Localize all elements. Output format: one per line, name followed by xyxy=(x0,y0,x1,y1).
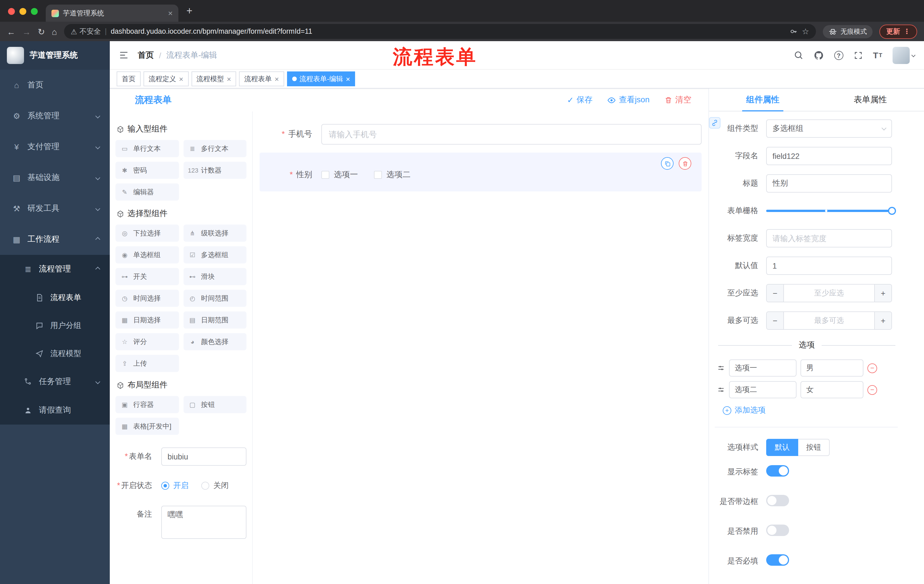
palette-component[interactable]: ✎ 编辑器 xyxy=(116,183,179,201)
sidebar-item-process-form[interactable]: 流程表单 xyxy=(0,283,110,311)
fullscreen-icon[interactable] xyxy=(853,51,863,60)
bookmark-star-icon[interactable]: ☆ xyxy=(802,27,809,36)
canvas-field-phone[interactable]: * 手机号 xyxy=(260,124,701,145)
new-tab-button[interactable]: + xyxy=(186,5,192,17)
breadcrumb-home[interactable]: 首页 xyxy=(138,50,154,60)
sidebar-item-home[interactable]: ⌂ 首页 xyxy=(0,70,110,100)
option-label-input[interactable] xyxy=(729,381,797,398)
palette-component[interactable]: ◎ 下拉选择 xyxy=(116,225,179,242)
palette-component[interactable]: ◉ 单选框组 xyxy=(116,246,179,263)
palette-component[interactable]: ◴ 时间范围 xyxy=(183,290,246,307)
palette-component[interactable]: ✱ 密码 xyxy=(116,162,179,179)
palette-component[interactable]: 123 计数器 xyxy=(183,162,246,179)
radio-closed[interactable]: 关闭 xyxy=(201,480,229,491)
security-warning[interactable]: ⚠ 不安全 xyxy=(71,26,101,36)
plus-icon[interactable]: + xyxy=(874,285,891,302)
palette-component[interactable]: ⊷ 滑块 xyxy=(183,268,246,285)
sidebar-item-process-mgmt[interactable]: ≣ 流程管理 xyxy=(0,255,110,283)
sidebar-item-process-model[interactable]: 流程模型 xyxy=(0,339,110,367)
default-value-input[interactable] xyxy=(766,257,892,275)
close-icon[interactable]: × xyxy=(274,74,279,83)
delete-component-button[interactable] xyxy=(679,157,691,170)
phone-input[interactable] xyxy=(321,124,701,145)
palette-component[interactable]: ▦ 日期选择 xyxy=(116,311,179,329)
component-type-select[interactable]: 多选框组 xyxy=(766,119,892,138)
palette-component[interactable]: ⋔ 级联选择 xyxy=(183,225,246,242)
sidebar-item-user-group[interactable]: 用户分组 xyxy=(0,311,110,339)
field-name-input[interactable] xyxy=(766,147,892,165)
remove-option-icon[interactable]: − xyxy=(867,363,877,373)
required-toggle[interactable] xyxy=(766,554,789,566)
tab-close-icon[interactable]: × xyxy=(168,8,173,18)
tag-process-form-edit[interactable]: 流程表单-编辑 × xyxy=(287,71,355,86)
palette-component[interactable]: ≣ 多行文本 xyxy=(183,140,246,157)
sidebar-item-system[interactable]: ⚙ 系统管理 xyxy=(0,100,110,132)
palette-component[interactable]: ▣ 行容器 xyxy=(116,396,179,413)
password-key-icon[interactable] xyxy=(790,28,798,35)
forward-icon[interactable]: → xyxy=(22,27,31,36)
browser-tab[interactable]: 芋道管理系统 × xyxy=(46,5,178,22)
palette-component[interactable]: ▢ 按钮 xyxy=(183,396,246,413)
view-json-button[interactable]: 查看json xyxy=(607,95,650,105)
reload-icon[interactable]: ↻ xyxy=(38,27,45,36)
minimize-window-button[interactable] xyxy=(20,8,26,15)
search-icon[interactable] xyxy=(794,50,803,60)
plus-icon[interactable]: + xyxy=(874,312,891,329)
border-toggle[interactable] xyxy=(766,495,789,506)
link-icon[interactable] xyxy=(709,117,721,128)
close-icon[interactable]: × xyxy=(227,74,231,83)
option-label-input[interactable] xyxy=(729,359,797,377)
sidebar-item-payment[interactable]: ¥ 支付管理 xyxy=(0,132,110,162)
sidebar-collapse-icon[interactable] xyxy=(119,50,129,60)
sidebar-item-workflow[interactable]: ▦ 工作流程 xyxy=(0,224,110,255)
palette-component[interactable]: ▦ 表格[开发中] xyxy=(116,418,179,435)
back-icon[interactable]: ← xyxy=(7,27,15,36)
user-avatar[interactable] xyxy=(893,46,915,64)
palette-component[interactable]: ☑ 多选框组 xyxy=(183,246,246,263)
tag-process-form[interactable]: 流程表单 × xyxy=(239,71,284,86)
radio-open[interactable]: 开启 xyxy=(161,480,189,491)
title-input[interactable] xyxy=(766,174,892,192)
form-name-input[interactable] xyxy=(161,447,246,466)
palette-component[interactable]: ◷ 时间选择 xyxy=(116,290,179,307)
tag-home[interactable]: 首页 xyxy=(117,71,141,86)
palette-component[interactable]: ☆ 评分 xyxy=(116,333,179,350)
minus-icon[interactable]: − xyxy=(767,312,784,329)
maximize-window-button[interactable] xyxy=(31,8,38,15)
min-select-value[interactable]: 至少应选 xyxy=(784,285,874,302)
sidebar-item-devtools[interactable]: ⚒ 研发工具 xyxy=(0,193,110,224)
remark-textarea[interactable]: 嘿嘿 xyxy=(161,506,246,539)
home-icon[interactable]: ⌂ xyxy=(52,27,57,36)
option-value-input[interactable] xyxy=(800,381,863,398)
show-label-toggle[interactable] xyxy=(766,465,789,477)
close-window-button[interactable] xyxy=(8,8,15,15)
tag-process-definition[interactable]: 流程定义 × xyxy=(144,71,188,86)
close-icon[interactable]: × xyxy=(346,74,350,83)
checkbox-option-2[interactable]: 选项二 xyxy=(374,170,411,180)
remove-option-icon[interactable]: − xyxy=(867,385,877,395)
drag-handle-icon[interactable] xyxy=(717,364,725,372)
tab-component-props[interactable]: 组件属性 xyxy=(709,89,817,111)
grid-slider[interactable] xyxy=(766,202,892,220)
palette-component[interactable]: ▤ 日期范围 xyxy=(183,311,246,329)
copy-component-button[interactable] xyxy=(661,157,673,170)
label-width-input[interactable] xyxy=(766,229,892,247)
minus-icon[interactable]: − xyxy=(767,285,784,302)
style-default-button[interactable]: 默认 xyxy=(766,439,798,456)
drag-handle-icon[interactable] xyxy=(717,386,725,394)
save-button[interactable]: ✓ 保存 xyxy=(567,95,592,105)
disabled-toggle[interactable] xyxy=(766,525,789,536)
tab-form-props[interactable]: 表单属性 xyxy=(817,89,924,111)
palette-component[interactable]: ⊶ 开关 xyxy=(116,268,179,285)
form-canvas[interactable]: * 手机号 xyxy=(253,112,708,584)
canvas-field-gender-selected[interactable]: * 性别 选项一 选项二 xyxy=(260,153,701,191)
clear-button[interactable]: 清空 xyxy=(664,95,691,105)
github-icon[interactable] xyxy=(813,50,823,60)
sidebar-item-leave-query[interactable]: 请假查询 xyxy=(0,396,110,424)
palette-component[interactable]: ◕ 颜色选择 xyxy=(183,333,246,350)
help-icon[interactable]: ? xyxy=(834,51,843,60)
checkbox-option-1[interactable]: 选项一 xyxy=(321,170,358,180)
max-select-value[interactable]: 最多可选 xyxy=(784,312,874,329)
close-icon[interactable]: × xyxy=(179,74,183,83)
update-browser-button[interactable]: 更新 ⋮ xyxy=(879,24,917,39)
